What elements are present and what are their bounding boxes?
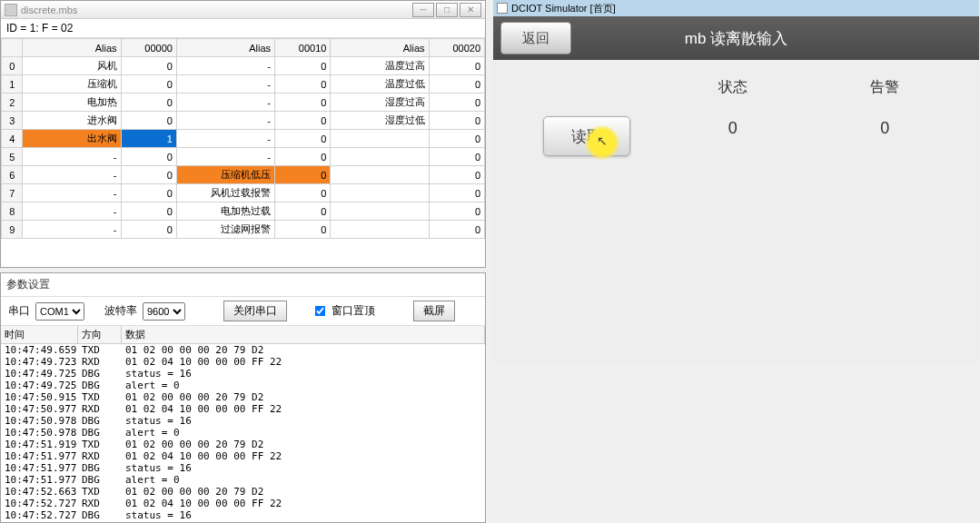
cell[interactable]: - bbox=[176, 112, 274, 130]
port-select[interactable]: COM1 bbox=[35, 302, 84, 321]
cell[interactable]: 0 bbox=[275, 221, 331, 239]
log-row[interactable]: 10:47:50.978DBGalert = 0 bbox=[1, 427, 485, 439]
cell[interactable]: 过滤网报警 bbox=[176, 221, 274, 239]
cell[interactable]: 0 bbox=[275, 57, 331, 75]
back-button[interactable]: 返回 bbox=[500, 22, 571, 54]
cell[interactable]: 0 bbox=[429, 184, 484, 202]
cell[interactable]: 0 bbox=[429, 75, 484, 94]
cell[interactable]: 风机 bbox=[23, 57, 121, 75]
table-row[interactable]: 1压缩机0-0温度过低0 bbox=[2, 75, 485, 94]
cell[interactable]: 0 bbox=[429, 221, 484, 239]
close-port-button[interactable]: 关闭串口 bbox=[223, 301, 287, 321]
table-row[interactable]: 3进水阀0-0湿度过低0 bbox=[2, 112, 485, 130]
cell[interactable]: - bbox=[176, 75, 274, 94]
cell[interactable]: 0 bbox=[429, 130, 484, 148]
cell[interactable]: 风机过载报警 bbox=[176, 184, 274, 202]
log-row[interactable]: 10:47:51.977DBGalert = 0 bbox=[1, 474, 485, 486]
screenshot-button[interactable]: 截屏 bbox=[413, 301, 455, 321]
cell[interactable] bbox=[331, 166, 429, 184]
log-row[interactable]: 10:47:49.725DBGstatus = 16 bbox=[1, 368, 485, 380]
cell[interactable]: - bbox=[176, 94, 274, 112]
cell[interactable]: 温度过低 bbox=[331, 75, 429, 94]
table-row[interactable]: 8-0电加热过载00 bbox=[2, 202, 485, 221]
titlebar[interactable]: discrete.mbs ─ □ ✕ bbox=[1, 1, 485, 19]
close-button[interactable]: ✕ bbox=[460, 3, 481, 17]
simulator-titlebar[interactable]: DCIOT Simulator [首页] bbox=[493, 0, 979, 16]
cell[interactable]: 0 bbox=[275, 112, 331, 130]
log-row[interactable]: 10:47:50.977RXD01 02 04 10 00 00 00 FF 2… bbox=[1, 403, 485, 415]
cell[interactable]: 0 bbox=[429, 166, 484, 184]
cell[interactable]: 0 bbox=[121, 148, 176, 166]
table-row[interactable]: 9-0过滤网报警00 bbox=[2, 221, 485, 239]
cell[interactable]: 0 bbox=[121, 57, 176, 75]
log-row[interactable]: 10:47:49.659TXD01 02 00 00 00 20 79 D2 bbox=[1, 344, 485, 356]
minimize-button[interactable]: ─ bbox=[412, 3, 434, 17]
cell[interactable]: 压缩机 bbox=[23, 75, 121, 94]
cell[interactable]: 0 bbox=[429, 57, 484, 75]
table-row[interactable]: 4出水阀1-00 bbox=[2, 130, 485, 148]
cell[interactable] bbox=[331, 221, 429, 239]
cell[interactable]: 0 bbox=[121, 94, 176, 112]
cell[interactable]: 0 bbox=[275, 148, 331, 166]
cell[interactable]: 0 bbox=[429, 94, 484, 112]
cell[interactable] bbox=[331, 184, 429, 202]
grid-scroll[interactable]: Alias00000Alias00010Alias000200风机0-0温度过高… bbox=[1, 38, 485, 247]
cell[interactable]: 温度过高 bbox=[331, 57, 429, 75]
cell[interactable]: 0 bbox=[429, 148, 484, 166]
log-row[interactable]: 10:47:51.977RXD01 02 04 10 00 00 00 FF 2… bbox=[1, 450, 485, 462]
cell[interactable]: 湿度过低 bbox=[331, 112, 429, 130]
cell[interactable]: 0 bbox=[275, 75, 331, 94]
table-row[interactable]: 5-0-00 bbox=[2, 148, 485, 166]
log-body[interactable]: 10:47:49.659TXD01 02 00 00 00 20 79 D210… bbox=[1, 344, 485, 521]
log-row[interactable]: 10:47:51.977DBGstatus = 16 bbox=[1, 462, 485, 474]
cell[interactable]: 电加热 bbox=[23, 94, 121, 112]
table-row[interactable]: 0风机0-0温度过高0 bbox=[2, 57, 485, 75]
cell[interactable]: 0 bbox=[429, 202, 484, 221]
cell[interactable]: 进水阀 bbox=[23, 112, 121, 130]
baud-select[interactable]: 9600 bbox=[143, 302, 185, 321]
log-row[interactable]: 10:47:52.663TXD01 02 00 00 00 20 79 D2 bbox=[1, 486, 485, 498]
cell[interactable]: 0 bbox=[121, 75, 176, 94]
cell[interactable]: 0 bbox=[275, 166, 331, 184]
cell[interactable]: 电加热过载 bbox=[176, 202, 274, 221]
table-row[interactable]: 7-0风机过载报警00 bbox=[2, 184, 485, 202]
cell[interactable]: 0 bbox=[121, 184, 176, 202]
cell[interactable] bbox=[331, 130, 429, 148]
log-row[interactable]: 10:47:52.727DBGstatus = 16 bbox=[1, 509, 485, 521]
cell[interactable]: 0 bbox=[121, 166, 176, 184]
log-row[interactable]: 10:47:50.915TXD01 02 00 00 00 20 79 D2 bbox=[1, 391, 485, 403]
log-row[interactable]: 10:47:51.919TXD01 02 00 00 00 20 79 D2 bbox=[1, 439, 485, 450]
cell[interactable]: - bbox=[23, 184, 121, 202]
cell[interactable]: 出水阀 bbox=[23, 130, 121, 148]
table-row[interactable]: 2电加热0-0湿度过高0 bbox=[2, 94, 485, 112]
cell[interactable]: - bbox=[23, 202, 121, 221]
cell[interactable]: 0 bbox=[121, 221, 176, 239]
maximize-button[interactable]: □ bbox=[436, 3, 458, 17]
cell[interactable]: - bbox=[176, 130, 274, 148]
cell[interactable]: 湿度过高 bbox=[331, 94, 429, 112]
topmost-checkbox[interactable] bbox=[315, 306, 326, 317]
read-button[interactable]: 读取 ↖ bbox=[543, 116, 630, 156]
cell[interactable] bbox=[331, 148, 429, 166]
cell[interactable]: 0 bbox=[121, 112, 176, 130]
cell[interactable]: 0 bbox=[275, 184, 331, 202]
log-row[interactable]: 10:47:49.725DBGalert = 0 bbox=[1, 380, 485, 391]
cell[interactable]: 0 bbox=[275, 94, 331, 112]
cell[interactable] bbox=[331, 202, 429, 221]
table-row[interactable]: 6-0压缩机低压00 bbox=[2, 166, 485, 184]
cell[interactable]: - bbox=[23, 148, 121, 166]
log-row[interactable]: 10:47:52.727RXD01 02 04 10 00 00 00 FF 2… bbox=[1, 498, 485, 509]
cell[interactable]: 1 bbox=[121, 130, 176, 148]
data-grid[interactable]: Alias00000Alias00010Alias000200风机0-0温度过高… bbox=[1, 38, 485, 239]
cell[interactable]: 0 bbox=[121, 202, 176, 221]
cell[interactable]: 0 bbox=[429, 112, 484, 130]
cell[interactable]: 压缩机低压 bbox=[176, 166, 274, 184]
cell[interactable]: - bbox=[23, 221, 121, 239]
cell[interactable]: - bbox=[23, 166, 121, 184]
cell[interactable]: - bbox=[176, 148, 274, 166]
cell[interactable]: - bbox=[176, 57, 274, 75]
log-row[interactable]: 10:47:49.723RXD01 02 04 10 00 00 00 FF 2… bbox=[1, 356, 485, 368]
cell[interactable]: 0 bbox=[275, 130, 331, 148]
cell[interactable]: 0 bbox=[275, 202, 331, 221]
log-row[interactable]: 10:47:50.978DBGstatus = 16 bbox=[1, 415, 485, 427]
